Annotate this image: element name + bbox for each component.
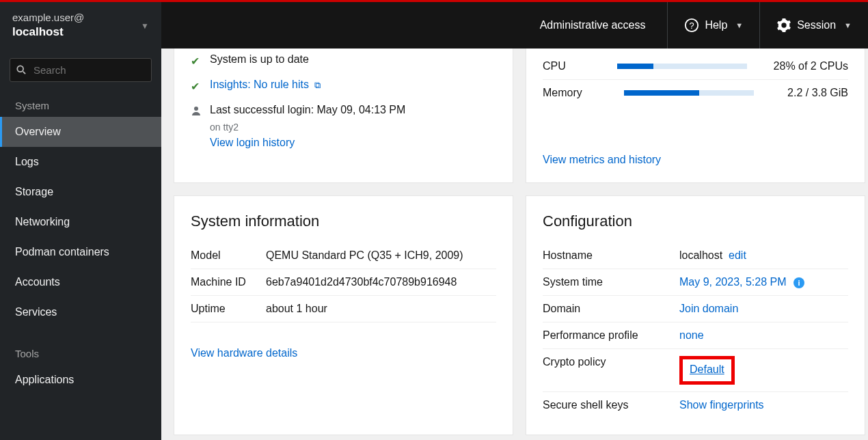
health-card: ✔ System is up to date ✔ Insights: No ru… (174, 49, 513, 183)
svg-text:?: ? (690, 20, 694, 31)
nav-section-system: System (0, 92, 161, 117)
cpu-value: 28% of 2 CPUs (774, 60, 848, 72)
svg-line-3 (23, 72, 26, 74)
chevron-down-icon: ▼ (844, 21, 852, 29)
crypto-k: Crypto policy (543, 349, 679, 392)
nav-logs[interactable]: Logs (0, 147, 161, 177)
join-domain-link[interactable]: Join domain (679, 303, 738, 314)
topbar: example.user@ localhost ▼ Administrative… (0, 0, 868, 49)
insights-link[interactable]: Insights: No rule hits ⧉ (210, 79, 321, 91)
usage-card: CPU 28% of 2 CPUs Memory 2.2 / 3.8 GiB V… (526, 49, 865, 183)
nav-networking[interactable]: Networking (0, 207, 161, 237)
session-label: Session (797, 19, 836, 31)
help-icon: ? (684, 18, 699, 33)
systime-k: System time (543, 269, 679, 296)
sysinfo-uptime-k: Uptime (191, 296, 266, 322)
help-button[interactable]: ? Help ▼ (667, 2, 759, 49)
gear-icon (776, 18, 791, 33)
nav-accounts[interactable]: Accounts (0, 267, 161, 297)
svg-point-4 (194, 107, 198, 111)
config-card: Configuration Hostname localhost edit Sy… (526, 195, 865, 435)
admin-access-label: Administrative access (540, 19, 646, 31)
cpu-label: CPU (543, 60, 591, 72)
nav-podman[interactable]: Podman containers (0, 237, 161, 267)
perf-profile-link[interactable]: none (679, 329, 704, 341)
login-history-link[interactable]: View login history (210, 137, 295, 149)
session-button[interactable]: Session ▼ (759, 2, 868, 49)
nav-storage[interactable]: Storage (0, 177, 161, 207)
domain-k: Domain (543, 296, 679, 322)
hostname-edit-link[interactable]: edit (729, 249, 746, 261)
host-user: example.user@ (12, 11, 84, 25)
nav-overview[interactable]: Overview (0, 117, 161, 147)
memory-label: Memory (543, 87, 591, 99)
last-login-subtext: on tty2 (210, 122, 496, 133)
nav-applications[interactable]: Applications (0, 365, 161, 395)
admin-access-button[interactable]: Administrative access (524, 2, 668, 49)
sysinfo-machineid-k: Machine ID (191, 269, 266, 296)
svg-point-2 (17, 66, 23, 72)
user-icon (191, 105, 203, 119)
main-content: ✔ System is up to date ✔ Insights: No ru… (161, 49, 868, 440)
sysinfo-model-k: Model (191, 243, 266, 269)
crypto-policy-link[interactable]: Default (690, 363, 724, 375)
sysinfo-machineid-v: 6eb7a9401d2d4730bf4c70789b916948 (266, 269, 496, 296)
nav-section-tools: Tools (0, 340, 161, 365)
memory-value: 2.2 / 3.8 GiB (787, 87, 848, 99)
search-input[interactable] (10, 58, 152, 82)
config-title: Configuration (543, 212, 848, 230)
chevron-down-icon: ▼ (141, 21, 149, 31)
cpu-bar (617, 64, 747, 69)
memory-bar (624, 90, 754, 96)
info-icon[interactable]: i (794, 277, 804, 288)
sysinfo-card: System information ModelQEMU Standard PC… (174, 195, 513, 435)
hardware-details-link[interactable]: View hardware details (191, 347, 297, 359)
perf-k: Performance profile (543, 322, 679, 349)
nav-services[interactable]: Services (0, 297, 161, 327)
sysinfo-uptime-v: about 1 hour (266, 296, 496, 322)
systime-link[interactable]: May 9, 2023, 5:28 PM (679, 276, 787, 288)
sysinfo-model-v: QEMU Standard PC (Q35 + ICH9, 2009) (266, 243, 496, 269)
crypto-highlight: Default (679, 356, 735, 385)
check-icon: ✔ (191, 80, 203, 93)
check-icon: ✔ (191, 55, 203, 68)
search-icon (16, 65, 26, 77)
sysinfo-title: System information (191, 212, 496, 230)
ssh-fingerprints-link[interactable]: Show fingerprints (679, 399, 764, 411)
host-name: localhost (12, 25, 84, 40)
sshkeys-k: Secure shell keys (543, 392, 679, 419)
external-link-icon: ⧉ (314, 80, 321, 90)
help-label: Help (705, 19, 727, 31)
hostname-k: Hostname (543, 243, 679, 269)
last-login-text: Last successful login: May 09, 04:13 PM (210, 104, 405, 116)
hostname-v: localhost (679, 249, 722, 261)
metrics-link[interactable]: View metrics and history (543, 154, 661, 166)
chevron-down-icon: ▼ (735, 21, 743, 29)
sidebar: System Overview Logs Storage Networking … (0, 49, 161, 440)
host-selector[interactable]: example.user@ localhost ▼ (0, 2, 161, 49)
health-uptodate: System is up to date (210, 53, 309, 66)
